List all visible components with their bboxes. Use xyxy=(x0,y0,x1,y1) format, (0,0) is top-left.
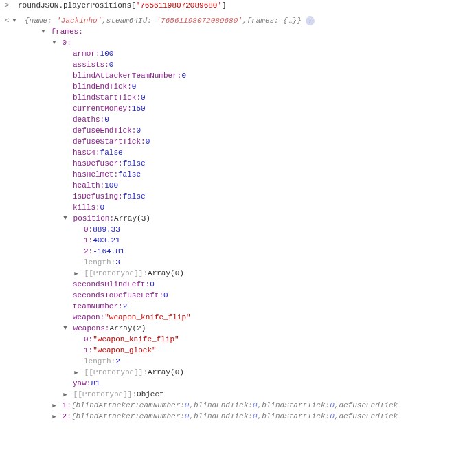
info-icon[interactable]: i xyxy=(306,16,315,25)
expand-toggle-frame0[interactable] xyxy=(51,39,58,46)
prop-secondstodefuseleft[interactable]: secondsToDefuseLeft: 0 xyxy=(0,290,476,301)
prop-weapons[interactable]: weapons: Array(2) xyxy=(0,323,476,334)
prop-defusestarttick[interactable]: defuseStartTick: 0 xyxy=(0,136,476,147)
expand-toggle-frame2[interactable] xyxy=(51,413,58,420)
console-input-row: > roundJSON.playerPositions['76561198072… xyxy=(0,0,476,11)
prop-assists[interactable]: assists: 0 xyxy=(0,59,476,70)
expand-toggle-result[interactable] xyxy=(11,17,18,24)
prop-hasc4[interactable]: hasC4: false xyxy=(0,147,476,158)
expand-toggle-weapons[interactable] xyxy=(62,325,69,332)
position-1[interactable]: 1: 403.21 xyxy=(0,235,476,246)
expand-toggle-position[interactable] xyxy=(62,215,69,222)
input-prompt-icon: > xyxy=(3,1,11,10)
result-name-value: 'Jackinho' xyxy=(56,16,102,25)
prop-blindendtick[interactable]: blindEndTick: 0 xyxy=(0,81,476,92)
prop-kills[interactable]: kills: 0 xyxy=(0,202,476,213)
frames-node[interactable]: frames: xyxy=(0,26,476,37)
prop-hasdefuser[interactable]: hasDefuser: false xyxy=(0,158,476,169)
prop-health[interactable]: health: 100 xyxy=(0,180,476,191)
weapons-length[interactable]: length: 2 xyxy=(0,356,476,367)
weapons-0[interactable]: 0: "weapon_knife_flip" xyxy=(0,334,476,345)
prop-deaths[interactable]: deaths: 0 xyxy=(0,114,476,125)
weapons-prototype[interactable]: [[Prototype]]: Array(0) xyxy=(0,367,476,378)
frame0-prototype[interactable]: [[Prototype]]: Object xyxy=(0,389,476,400)
expand-toggle-frames[interactable] xyxy=(40,28,47,35)
position-length[interactable]: length: 3 xyxy=(0,257,476,268)
frame-1-node[interactable]: 1: { blindAttackerTeamNumber: 0, blindEn… xyxy=(0,400,476,411)
prop-blindattackerteamnumber[interactable]: blindAttackerTeamNumber: 0 xyxy=(0,70,476,81)
prop-defuseendtick[interactable]: defuseEndTick: 0 xyxy=(0,125,476,136)
prop-weapon[interactable]: weapon: "weapon_knife_flip" xyxy=(0,312,476,323)
frame-2-node[interactable]: 2: { blindAttackerTeamNumber: 0, blindEn… xyxy=(0,411,476,422)
output-prompt-icon: < xyxy=(3,16,11,25)
input-expression-key: '76561198072089680' xyxy=(136,1,222,10)
weapons-1[interactable]: 1: "weapon_glock" xyxy=(0,345,476,356)
input-expression-object: roundJSON.playerPositions xyxy=(18,1,131,10)
prop-secondsblindleft[interactable]: secondsBlindLeft: 0 xyxy=(0,279,476,290)
prop-hashelmet[interactable]: hasHelmet: false xyxy=(0,169,476,180)
prop-isdefusing[interactable]: isDefusing: false xyxy=(0,191,476,202)
prop-blindstarttick[interactable]: blindStartTick: 0 xyxy=(0,92,476,103)
result-steamid-value: '76561198072089680' xyxy=(156,16,242,25)
expand-toggle-frame1[interactable] xyxy=(51,402,58,409)
expand-toggle-weapons-proto[interactable] xyxy=(73,369,80,376)
prop-armor[interactable]: armor: 100 xyxy=(0,48,476,59)
console-result-row[interactable]: < { name: 'Jackinho' , steam64Id: '76561… xyxy=(0,15,476,26)
position-2[interactable]: 2: -164.81 xyxy=(0,246,476,257)
position-prototype[interactable]: [[Prototype]]: Array(0) xyxy=(0,268,476,279)
expand-toggle-position-proto[interactable] xyxy=(73,270,80,278)
prop-position[interactable]: position: Array(3) xyxy=(0,213,476,224)
expand-toggle-frame0-proto[interactable] xyxy=(62,391,69,398)
frame-0-node[interactable]: 0: xyxy=(0,37,476,48)
position-0[interactable]: 0: 889.33 xyxy=(0,224,476,235)
prop-yaw[interactable]: yaw: 81 xyxy=(0,378,476,389)
prop-currentmoney[interactable]: currentMoney: 150 xyxy=(0,103,476,114)
prop-teamnumber[interactable]: teamNumber: 2 xyxy=(0,301,476,312)
